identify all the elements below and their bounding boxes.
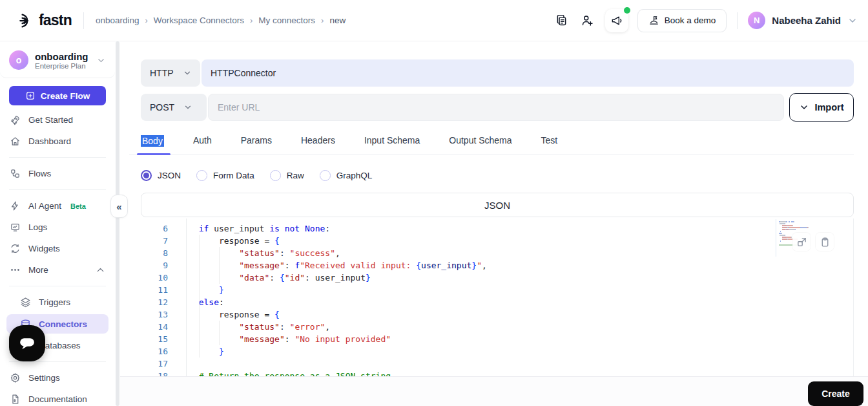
radio-graphql[interactable]: GraphQL [320, 170, 373, 181]
minimap-line [778, 229, 816, 230]
body-format-radios: JSONForm DataRawGraphQL [141, 167, 372, 184]
line-number: 7 [141, 235, 186, 247]
indent-guide [199, 235, 200, 358]
sidebar-collapse-button[interactable]: « [110, 195, 128, 218]
invite-user-button[interactable] [579, 12, 596, 29]
widgets-icon [9, 243, 21, 255]
beta-badge: Beta [70, 202, 86, 210]
code-editor[interactable]: 6 if user_input is not None:7 response =… [141, 219, 854, 376]
copy-code-button[interactable] [816, 233, 834, 251]
tab-params[interactable]: Params [241, 129, 272, 155]
expand-editor-button[interactable] [792, 233, 811, 251]
doc-icon [9, 394, 21, 405]
code-text: } [186, 284, 224, 296]
sidebar-item-more[interactable]: More [0, 259, 115, 281]
code-line: 16 } [141, 345, 853, 358]
tab-output-schema[interactable]: Output Schema [449, 129, 512, 155]
create-flow-button[interactable]: Create Flow [9, 86, 106, 105]
connector-type-select[interactable]: HTTP [141, 59, 200, 87]
minimap-line [778, 227, 816, 228]
gutter-separator [186, 219, 187, 376]
sidebar-item-dashboard[interactable]: Dashboard [0, 131, 115, 152]
code-line: 6 if user_input is not None: [141, 222, 853, 235]
sidebar-item-label: Logs [28, 222, 47, 232]
connector-name-input[interactable] [202, 59, 854, 87]
code-line: 18 # Return the response as a JSON strin… [141, 370, 853, 376]
sidebar-nav: Get StartedDashboardFlowsAI AgentBetaLog… [0, 109, 115, 406]
create-button[interactable]: Create [808, 381, 863, 406]
line-number: 16 [141, 345, 186, 358]
breadcrumb-item[interactable]: new [329, 16, 346, 25]
tab-input-schema[interactable]: Input Schema [364, 129, 420, 155]
tab-headers[interactable]: Headers [301, 129, 335, 155]
sidebar-item-label: Flows [28, 169, 51, 178]
sidebar-item-settings[interactable]: Settings [0, 367, 115, 389]
http-method-select[interactable]: POST [141, 94, 207, 121]
radio-raw[interactable]: Raw [270, 170, 304, 181]
tab-label: Output Schema [449, 135, 512, 145]
breadcrumb-item[interactable]: Workspace Connectors [154, 16, 244, 25]
workspace-selector[interactable]: o onboarding Enterprise Plan [0, 41, 115, 78]
code-line: 15 "message": "No input provided" [141, 333, 853, 345]
tab-label: Input Schema [364, 135, 420, 145]
fastn-logo-text: fastn [39, 12, 72, 29]
rocket-icon [9, 114, 21, 126]
radio-label: Raw [287, 171, 304, 180]
main-content: HTTP POST Import BodyAuthPa [120, 41, 868, 406]
user-menu[interactable]: N Nabeeha Zahid [748, 12, 858, 29]
sidebar-item-ai-agent[interactable]: AI AgentBeta [0, 195, 115, 217]
radio-label: JSON [158, 171, 181, 180]
copy-workspace-button[interactable] [553, 12, 570, 29]
url-input[interactable] [208, 94, 784, 121]
sidebar-divider [9, 157, 106, 158]
user-plus-icon [581, 14, 594, 27]
sidebar-item-flows[interactable]: Flows [0, 163, 115, 184]
sidebar-item-logs[interactable]: Logs [0, 217, 115, 238]
announcements-button[interactable] [605, 9, 628, 32]
fastn-logo[interactable]: fastn [18, 11, 72, 30]
sidebar-item-label: Documentation [28, 394, 87, 404]
tab-body[interactable]: Body [141, 129, 164, 155]
code-text: if user_input is not None: [186, 222, 330, 235]
import-button[interactable]: Import [789, 93, 854, 122]
code-line: 12 else: [141, 296, 853, 308]
code-line: 13 response = { [141, 308, 853, 321]
sidebar-item-documentation[interactable]: Documentation [0, 389, 115, 406]
book-demo-button[interactable]: Book a demo [637, 9, 727, 32]
radio-label: Form Data [213, 171, 254, 180]
logs-icon [9, 222, 21, 233]
create-flow-label: Create Flow [41, 91, 90, 101]
code-line: 8 "status": "success", [141, 247, 853, 259]
sidebar-item-widgets[interactable]: Widgets [0, 238, 115, 259]
code-text: "status": "success", [186, 247, 340, 259]
chat-widget-button[interactable] [9, 325, 45, 361]
breadcrumb-item[interactable]: onboarding [96, 16, 140, 25]
sidebar-item-label: Triggers [39, 297, 70, 307]
sidebar-item-label: AI Agent [28, 201, 61, 211]
breadcrumb-item[interactable]: My connectors [258, 16, 315, 25]
code-line: 17 [141, 358, 853, 370]
code-text: else: [186, 296, 224, 308]
chevron-down-icon [183, 69, 192, 78]
tab-label: Headers [301, 135, 335, 145]
radio-form-data[interactable]: Form Data [196, 170, 254, 181]
tab-auth[interactable]: Auth [193, 129, 212, 155]
bolt-icon [9, 200, 21, 212]
sidebar-divider [9, 361, 106, 362]
header-divider [83, 12, 84, 29]
sidebar-item-triggers[interactable]: Triggers [0, 292, 115, 313]
radio-label: GraphQL [336, 171, 373, 180]
http-method-value: POST [150, 102, 174, 112]
sidebar-item-get-started[interactable]: Get Started [0, 109, 115, 131]
breadcrumb-separator: › [321, 16, 324, 25]
line-number: 13 [141, 308, 186, 321]
code-line: 7 response = { [141, 235, 853, 247]
tab-test[interactable]: Test [541, 129, 558, 155]
code-line: 14 "status": "error", [141, 321, 853, 333]
user-name: Nabeeha Zahid [772, 15, 841, 26]
line-number: 10 [141, 272, 186, 284]
connector-name-row: HTTP [141, 59, 854, 87]
notification-dot [624, 7, 630, 14]
radio-json[interactable]: JSON [141, 170, 181, 181]
workspace-plan: Enterprise Plan [35, 62, 88, 70]
